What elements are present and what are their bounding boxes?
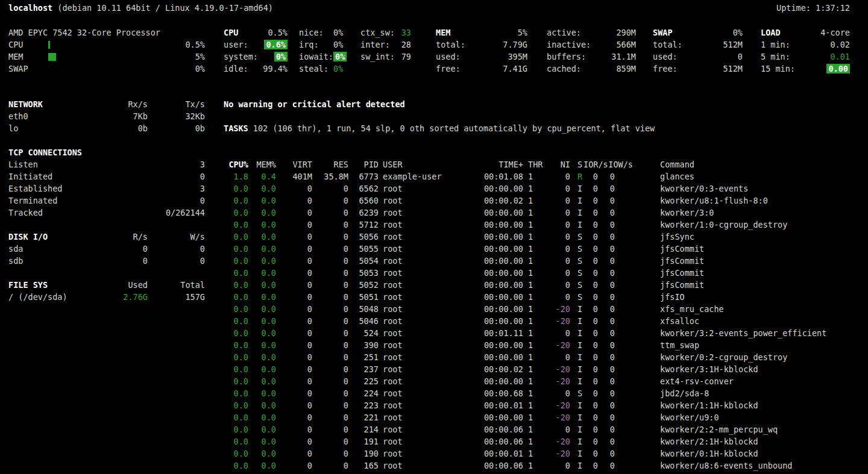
- proc-ior: 0: [583, 447, 605, 460]
- network-cell: lo: [8, 122, 87, 134]
- proc-cmd: jfsIO: [633, 291, 863, 303]
- proc-ior: 0: [583, 460, 605, 472]
- load-cell: 0.02: [797, 39, 850, 51]
- proc-s: I: [570, 375, 583, 387]
- cpu-cell: 99.4%: [258, 63, 288, 75]
- proc-iow: 0: [605, 315, 633, 327]
- proc-user: root: [379, 472, 483, 474]
- proc-col-header-s: S: [570, 158, 583, 170]
- proc-col-header-user: USER: [379, 158, 483, 170]
- process-row: 0.00.0005712root00:00.0010I00kworker/1:0…: [223, 219, 863, 231]
- proc-s: R: [570, 170, 583, 182]
- proc-cmd: kworker/1:1H-kblockd: [633, 399, 863, 411]
- proc-thr: 1: [523, 460, 544, 472]
- proc-iow: 0: [605, 435, 633, 447]
- proc-pid: 165: [348, 460, 379, 472]
- proc-mem: 0.0: [248, 243, 276, 255]
- proc-thr: 1: [523, 472, 544, 474]
- process-row: 0.00.0005051root00:00.0010S00jfsIO: [223, 291, 863, 303]
- proc-time: 00:00.00: [483, 303, 523, 315]
- proc-cpu: 0.0: [223, 387, 248, 399]
- proc-iow: 0: [605, 375, 633, 387]
- proc-res: 0: [312, 182, 348, 195]
- proc-pid: 225: [348, 375, 379, 387]
- proc-res: 0: [312, 219, 348, 231]
- mem-cell: cached:: [527, 63, 590, 75]
- proc-cpu: 1.8: [223, 170, 248, 182]
- proc-cmd: jfsCommit: [633, 255, 863, 267]
- proc-thr: 1: [523, 182, 544, 195]
- proc-res: 0: [312, 279, 348, 291]
- proc-cpu: 0.0: [223, 363, 248, 375]
- proc-ni: 0: [544, 387, 570, 399]
- proc-s: S: [570, 231, 583, 243]
- proc-cpu: 0.0: [223, 303, 248, 315]
- proc-pid: 5052: [348, 279, 379, 291]
- network-panel: NETWORKRx/sTx/seth07Kb32Kblo0b0b: [8, 98, 205, 134]
- tcp-row: Listen3: [8, 158, 205, 170]
- proc-time: 00:00.06: [483, 460, 523, 472]
- proc-res: 0: [312, 411, 348, 423]
- cpu-cell: irq:: [288, 39, 333, 51]
- tcp-cell: 3: [148, 182, 205, 195]
- proc-cmd: jfsCommit: [633, 267, 863, 279]
- quicklook-row: SWAP0%: [8, 63, 205, 75]
- cpu-cell: 0%: [333, 27, 343, 39]
- mem-cell: 290M: [590, 27, 636, 39]
- proc-user: root: [379, 267, 483, 279]
- network-cell: eth0: [8, 110, 87, 122]
- tcp-cell: [87, 195, 148, 207]
- proc-cpu: 0.0: [223, 219, 248, 231]
- proc-thr: 1: [523, 279, 544, 291]
- proc-cpu: 0.0: [223, 182, 248, 195]
- proc-pid: 237: [348, 363, 379, 375]
- proc-pid: 191: [348, 435, 379, 447]
- proc-res: 0: [312, 195, 348, 207]
- proc-ior: 0: [583, 255, 605, 267]
- process-row: 0.00.000190root00:00.011-20I00kworker/0:…: [223, 447, 863, 460]
- glances-terminal-screen[interactable]: localhost (debian 10.11 64bit / Linux 4.…: [0, 0, 868, 474]
- quicklook-bar-fill: [48, 41, 50, 49]
- proc-mem: 0.0: [248, 182, 276, 195]
- quicklook-row: MEM5%: [8, 51, 205, 63]
- tcp-cell: [87, 146, 148, 158]
- proc-ior: 0: [583, 435, 605, 447]
- proc-virt: 0: [276, 435, 312, 447]
- proc-user: root: [379, 435, 483, 447]
- proc-ior: 0: [583, 423, 605, 435]
- proc-cmd: kworker/3:2-events_power_efficient: [633, 327, 863, 339]
- process-table: CPU%MEM%VIRTRESPIDUSERTIME+THRNISIOR/sIO…: [223, 158, 863, 474]
- proc-res: 0: [312, 399, 348, 411]
- proc-ni: 0: [544, 291, 570, 303]
- proc-virt: 0: [276, 411, 312, 423]
- proc-virt: 0: [276, 303, 312, 315]
- process-row: 0.00.000221root00:00.001-20I00kworker/u9…: [223, 411, 863, 423]
- cpu-row: CPU0.5%nice:0%ctx_sw:33: [224, 27, 411, 39]
- process-row: 0.00.0005052root00:00.0010S00jfsCommit: [223, 279, 863, 291]
- proc-pid: 6560: [348, 195, 379, 207]
- proc-iow: 0: [605, 423, 633, 435]
- swap-cell: 512M: [683, 63, 743, 75]
- proc-cmd: kworker/0:3-events: [633, 182, 863, 195]
- proc-ni: -20: [544, 399, 570, 411]
- process-row: 0.00.000251root00:00.0010I00kworker/0:2-…: [223, 351, 863, 363]
- proc-ior: 0: [583, 375, 605, 387]
- proc-user: root: [379, 423, 483, 435]
- swap-panel: SWAP0%total:512Mused:0free:512M: [653, 27, 743, 75]
- tasks-label: TASKS: [224, 123, 248, 133]
- proc-res: 0: [312, 460, 348, 472]
- quicklook-label: SWAP: [8, 63, 47, 75]
- proc-cmd: kworker/2:2-mm_percpu_wq: [633, 423, 863, 435]
- proc-iow: 0: [605, 363, 633, 375]
- proc-thr: 1: [523, 447, 544, 460]
- proc-time: 00:00.00: [483, 472, 523, 474]
- proc-ior: 0: [583, 387, 605, 399]
- proc-pid: 5053: [348, 267, 379, 279]
- tcp-cell: 3: [148, 158, 205, 170]
- proc-cpu: 0.0: [223, 195, 248, 207]
- process-row: 0.00.000390root00:00.001-20I00ttm_swap: [223, 339, 863, 351]
- proc-ni: -20: [544, 411, 570, 423]
- proc-time: 00:00.00: [483, 279, 523, 291]
- load-row: LOAD4-core: [761, 27, 850, 39]
- mem-cell: 566M: [590, 39, 636, 51]
